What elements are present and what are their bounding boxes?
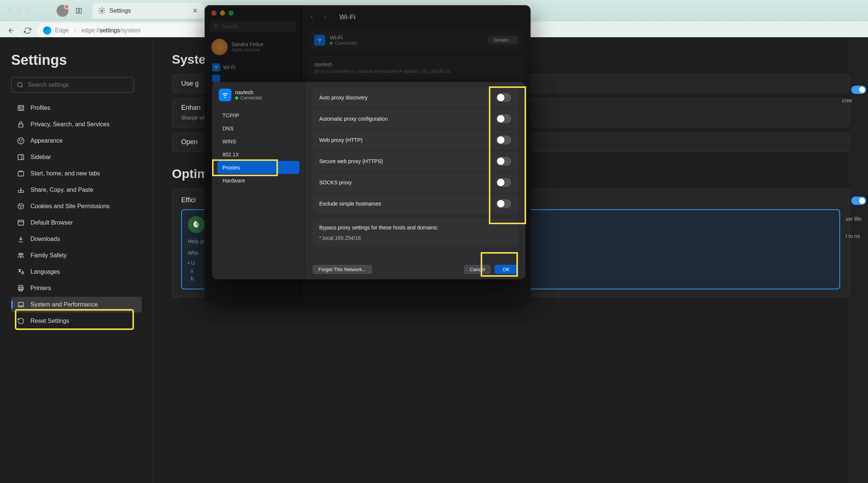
cookie-icon: [17, 203, 25, 210]
sheet-nav: TCP/IP DNS WINS 802.1X Proxies Hardware: [217, 109, 300, 187]
gear-icon: [98, 7, 106, 15]
nav-system-performance[interactable]: System and Performance: [11, 297, 142, 312]
svg-rect-0: [76, 8, 78, 13]
address-text: Edge | edge://settings/system: [55, 27, 141, 34]
toggle-auto-discovery: Auto proxy discovery: [313, 87, 518, 108]
workspaces-button[interactable]: [73, 5, 85, 17]
svg-point-16: [20, 207, 21, 208]
forget-network-button[interactable]: Forget This Network...: [313, 265, 372, 274]
nav-sidebar[interactable]: Sidebar: [11, 149, 142, 165]
svg-point-8: [19, 140, 20, 140]
svg-point-15: [22, 206, 22, 206]
sheet-nav-wins[interactable]: WINS: [217, 135, 300, 148]
svg-point-2: [101, 10, 103, 12]
toggle-auto-config: Automatic proxy configuration: [313, 108, 518, 130]
toggle-web-proxy: Web proxy (HTTP): [313, 130, 518, 151]
nav-default-browser[interactable]: Default Browser: [11, 215, 142, 231]
settings-search-input[interactable]: [28, 82, 128, 88]
sheet-nav-8021x[interactable]: 802.1X: [217, 148, 300, 161]
sheet-nav-dns[interactable]: DNS: [217, 122, 300, 135]
sheet-nav-hardware[interactable]: Hardware: [217, 174, 300, 187]
family-icon: [17, 252, 25, 259]
nav-share[interactable]: Share, Copy, and Paste: [11, 182, 142, 198]
nav-cookies[interactable]: Cookies and Site Permissions: [11, 198, 142, 214]
toggle-switch[interactable]: [496, 178, 511, 187]
nav-printers[interactable]: Printers: [11, 280, 142, 296]
toggle-switch[interactable]: [496, 93, 511, 102]
toggle-exclude-simple: Exclude simple hostnames: [313, 193, 518, 214]
svg-rect-1: [80, 8, 81, 13]
lock-icon: [17, 121, 25, 128]
language-icon: [17, 268, 25, 276]
toggle-secure-proxy: Secure web proxy (HTTPS): [313, 151, 518, 172]
palette-icon: [17, 137, 25, 144]
proxy-toggle-list: Auto proxy discovery Automatic proxy con…: [313, 87, 518, 214]
tab-title: Settings: [109, 7, 185, 14]
page-title: Settings: [11, 52, 142, 68]
svg-rect-23: [18, 302, 23, 306]
proxies-sheet: navtesh Connected TCP/IP DNS WINS 802.1X…: [212, 82, 525, 279]
nav-reset[interactable]: Reset Settings: [11, 313, 142, 329]
svg-rect-17: [18, 220, 24, 225]
edge-logo-icon: [43, 26, 51, 35]
svg-point-10: [20, 142, 21, 142]
cancel-button[interactable]: Cancel: [464, 265, 491, 274]
svg-point-13: [18, 204, 24, 209]
laptop-icon: [17, 301, 25, 308]
sheet-main: Auto proxy discovery Automatic proxy con…: [305, 82, 525, 279]
sheet-sidebar: navtesh Connected TCP/IP DNS WINS 802.1X…: [212, 82, 305, 279]
edge-settings-sidebar: Settings Profiles Privacy, Search, and S…: [0, 37, 153, 483]
sheet-network-header: navtesh Connected: [217, 87, 300, 103]
sheet-nav-tcpip[interactable]: TCP/IP: [217, 109, 300, 122]
bypass-card[interactable]: Bypass proxy settings for these hosts an…: [313, 219, 518, 247]
toggle-switch[interactable]: [496, 199, 511, 208]
browser-traffic-lights[interactable]: [7, 8, 31, 13]
svg-point-19: [21, 253, 23, 255]
nav-downloads[interactable]: Downloads: [11, 231, 142, 247]
svg-point-14: [20, 205, 20, 206]
browser-tab[interactable]: Settings ✕: [92, 3, 204, 19]
leaf-icon: [188, 216, 205, 233]
partial-toggle-2[interactable]: [851, 197, 866, 205]
svg-rect-6: [19, 124, 23, 127]
profile-icon: [17, 104, 25, 112]
svg-point-18: [19, 253, 20, 255]
tabs-icon: [17, 170, 25, 177]
toggle-switch[interactable]: [496, 114, 511, 123]
svg-rect-11: [18, 155, 24, 159]
wifi-icon: [219, 89, 231, 101]
back-button[interactable]: [4, 24, 18, 37]
toggle-switch[interactable]: [496, 157, 511, 166]
svg-point-5: [19, 107, 20, 108]
nav-profiles[interactable]: Profiles: [11, 100, 142, 116]
toggle-switch[interactable]: [496, 136, 511, 144]
browser-icon: [17, 219, 25, 226]
toggle-socks: SOCKS proxy: [313, 172, 518, 193]
reset-icon: [17, 317, 25, 325]
nav-privacy[interactable]: Privacy, Search, and Services: [11, 117, 142, 132]
close-icon[interactable]: ✕: [192, 7, 198, 15]
sheet-footer: Forget This Network... Cancel OK: [313, 260, 518, 274]
share-icon: [17, 186, 25, 194]
refresh-button[interactable]: [21, 24, 34, 37]
nav-start-home[interactable]: Start, home, and new tabs: [11, 166, 142, 181]
sidebar-icon: [17, 153, 25, 161]
svg-point-9: [22, 140, 23, 140]
settings-search[interactable]: [11, 77, 134, 93]
search-icon: [17, 82, 23, 88]
partial-right-content: cree ver life. t to ns: [849, 37, 868, 483]
download-icon: [17, 235, 25, 243]
ok-button[interactable]: OK: [494, 265, 518, 274]
svg-point-3: [17, 82, 22, 87]
svg-point-7: [18, 138, 24, 144]
svg-rect-12: [18, 172, 24, 176]
printer-icon: [17, 285, 25, 292]
sheet-nav-proxies[interactable]: Proxies: [217, 161, 300, 174]
nav-family[interactable]: Family Safety: [11, 248, 142, 263]
nav-appearance[interactable]: Appearance: [11, 133, 142, 149]
nav-languages[interactable]: Languages: [11, 264, 142, 280]
partial-toggle-1[interactable]: [851, 86, 866, 94]
status-dot-icon: [235, 96, 238, 99]
profile-avatar[interactable]: [57, 5, 68, 17]
